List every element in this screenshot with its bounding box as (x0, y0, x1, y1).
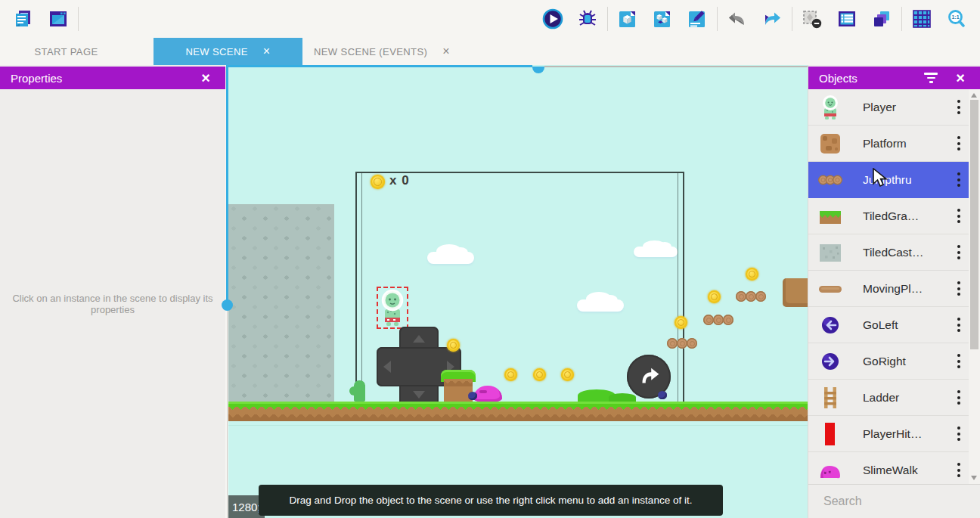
close-panel-icon[interactable]: × (197, 70, 215, 86)
object-row-ladder[interactable]: Ladder (808, 380, 969, 416)
delete-instances-button[interactable] (795, 3, 830, 35)
tab-start-page[interactable]: START PAGE (0, 38, 132, 65)
jumpthru-instance[interactable] (736, 291, 765, 302)
dpad-down-icon (413, 391, 425, 399)
object-label: TiledCast… (863, 246, 951, 259)
mouse-cursor (871, 168, 889, 188)
coin-instance[interactable] (504, 368, 517, 381)
bee-instance[interactable] (658, 391, 667, 399)
kebab-menu-icon[interactable] (951, 132, 966, 155)
scene-canvas[interactable]: x 0 (228, 65, 808, 518)
kebab-menu-icon[interactable] (951, 350, 966, 373)
ground-dirt-zigzag (228, 407, 808, 413)
object-row-movingplatform[interactable]: MovingPl… (808, 271, 969, 307)
play-button[interactable] (535, 3, 570, 35)
object-row-tiledgrass[interactable]: TiledGra… (808, 198, 969, 234)
grid-icon (911, 8, 932, 29)
objects-scrollbar[interactable] (969, 89, 980, 484)
kebab-menu-icon[interactable] (951, 278, 966, 300)
go-right-icon (818, 349, 842, 374)
svg-text:1:1: 1:1 (951, 14, 959, 20)
panel-title: Properties (11, 72, 62, 85)
kebab-menu-icon[interactable] (951, 241, 966, 264)
search-input[interactable] (822, 494, 980, 509)
main-toolbar: 1:1 (0, 0, 980, 38)
layers-button[interactable] (864, 3, 899, 35)
kebab-menu-icon[interactable] (951, 205, 966, 228)
objects-panel: Objects × Player (808, 65, 980, 518)
hud-coin-icon[interactable] (371, 175, 385, 189)
object-label: Player (863, 101, 951, 114)
instances-list-button[interactable] (830, 3, 864, 35)
toolbar-divider (607, 7, 608, 31)
tab-label: NEW SCENE (EVENTS) (314, 46, 427, 57)
start-page-button[interactable] (41, 3, 76, 35)
tiled-castle-icon (818, 240, 842, 265)
tab-new-scene-events[interactable]: NEW SCENE (EVENTS) × (302, 38, 461, 65)
jumpthru-icon (818, 168, 842, 192)
object-row-player[interactable]: Player (808, 89, 969, 126)
horizontal-divider[interactable] (228, 65, 532, 67)
project-manager-icon (13, 8, 34, 29)
tiled-castle-instance[interactable] (228, 204, 334, 402)
debug-button[interactable] (570, 3, 605, 35)
objects-panel-header: Objects × (808, 67, 980, 89)
vertical-divider[interactable] (226, 65, 228, 300)
properties-panel: Properties × Click on an instance in the… (0, 65, 225, 518)
play-icon (542, 8, 563, 29)
coin-instance[interactable] (708, 290, 721, 303)
platform-instance[interactable] (783, 278, 808, 307)
bush-instance[interactable] (609, 393, 636, 402)
object-row-tiledcastle[interactable]: TiledCast… (808, 234, 969, 271)
player-instance-selected[interactable] (377, 287, 408, 329)
scrollbar-thumb[interactable] (970, 100, 978, 349)
coin-instance[interactable] (447, 339, 460, 352)
kebab-menu-icon[interactable] (951, 169, 966, 191)
objects-editor-icon (617, 8, 638, 29)
scene-properties-button[interactable] (680, 3, 715, 35)
panel-edge-line (227, 311, 228, 518)
project-manager-button[interactable] (6, 3, 41, 35)
kebab-menu-icon[interactable] (951, 386, 966, 409)
edit-object-groups-button[interactable] (645, 3, 680, 35)
debug-icon (577, 8, 598, 29)
zoom-original-button[interactable]: 1:1 (939, 3, 974, 35)
object-label: GoRight (863, 355, 951, 368)
cactus-instance[interactable] (354, 380, 365, 402)
close-tab-icon[interactable]: × (263, 45, 271, 57)
object-label: MovingPl… (863, 282, 951, 296)
jumpthru-instance[interactable] (703, 315, 733, 325)
kebab-menu-icon[interactable] (951, 96, 966, 119)
coin-instance[interactable] (746, 268, 758, 281)
object-row-goleft[interactable]: GoLeft (808, 307, 969, 343)
grid-button[interactable] (904, 3, 939, 35)
moving-platform-icon (818, 277, 842, 301)
vertical-divider-handle[interactable] (222, 299, 233, 311)
kebab-menu-icon[interactable] (951, 314, 966, 337)
object-row-platform[interactable]: Platform (808, 126, 969, 162)
start-page-icon (48, 8, 69, 29)
object-row-goright[interactable]: GoRight (808, 343, 969, 380)
close-tab-icon[interactable]: × (442, 45, 450, 57)
toolbar-divider (792, 7, 792, 31)
undo-button[interactable] (720, 3, 755, 35)
scroll-up-icon[interactable] (971, 93, 977, 98)
kebab-menu-icon[interactable] (951, 423, 966, 445)
filter-icon[interactable] (923, 71, 939, 85)
toolbar-divider (78, 7, 79, 31)
close-panel-icon[interactable]: × (951, 70, 969, 86)
redo-icon (761, 8, 783, 29)
coin-instance[interactable] (675, 316, 687, 329)
coin-instance[interactable] (533, 368, 546, 381)
object-row-playerhitbox[interactable]: PlayerHit… (808, 416, 969, 452)
scroll-down-icon[interactable] (971, 476, 977, 480)
jumpthru-instance[interactable] (667, 338, 696, 349)
bee-instance[interactable] (468, 392, 477, 400)
kebab-menu-icon[interactable] (951, 459, 966, 482)
object-row-slimewalk[interactable]: SlimeWalk (808, 452, 969, 484)
ladder-icon (818, 386, 842, 410)
coin-instance[interactable] (561, 368, 574, 381)
redo-button[interactable] (755, 3, 789, 35)
tab-new-scene[interactable]: NEW SCENE × (154, 38, 302, 65)
edit-objects-button[interactable] (610, 3, 645, 35)
